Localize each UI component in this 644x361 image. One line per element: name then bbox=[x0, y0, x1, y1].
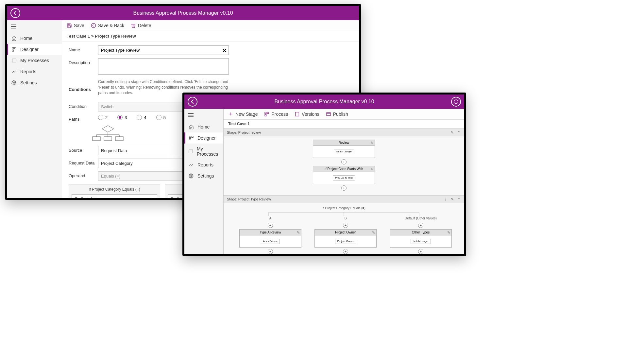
sidebar-item-settings[interactable]: Settings bbox=[7, 77, 62, 88]
add-node-button[interactable]: + bbox=[268, 249, 273, 254]
stage-title: Stage: Project review bbox=[227, 130, 261, 134]
add-node-button[interactable]: + bbox=[418, 223, 423, 228]
node-title: Project Owner bbox=[335, 231, 356, 234]
node-card[interactable]: Other Types Isaiah Langer bbox=[390, 229, 452, 248]
edit-node-icon[interactable] bbox=[447, 231, 450, 235]
save-back-icon bbox=[91, 23, 96, 28]
branch-connector bbox=[252, 212, 435, 216]
node-title: Other Types bbox=[412, 231, 430, 234]
add-node-button[interactable]: + bbox=[343, 223, 348, 228]
svg-rect-1 bbox=[14, 47, 16, 49]
add-node-button[interactable]: + bbox=[341, 185, 347, 191]
name-input[interactable] bbox=[98, 45, 229, 55]
add-node-button[interactable]: + bbox=[343, 249, 348, 254]
process-button[interactable]: Process bbox=[264, 112, 288, 117]
sidebar-item-reports[interactable]: Reports bbox=[7, 66, 62, 77]
back-button[interactable] bbox=[10, 8, 20, 18]
publish-button[interactable]: Publish bbox=[326, 112, 348, 117]
svg-rect-13 bbox=[104, 137, 112, 141]
source-label: Source bbox=[69, 146, 98, 153]
sidebar-item-my-processes[interactable]: My Processes bbox=[184, 144, 223, 159]
versions-button[interactable]: Versions bbox=[295, 112, 319, 117]
add-node-button[interactable]: + bbox=[341, 159, 347, 164]
sidebar-item-label: Designer bbox=[197, 135, 216, 141]
save-label: Save bbox=[74, 23, 84, 28]
versions-label: Versions bbox=[302, 112, 319, 117]
hamburger-icon[interactable] bbox=[7, 20, 62, 33]
sidebar-item-designer[interactable]: Designer bbox=[7, 44, 62, 55]
save-back-label: Save & Back bbox=[98, 23, 124, 28]
svg-point-19 bbox=[191, 175, 192, 177]
delete-label: Delete bbox=[138, 23, 151, 28]
refresh-button[interactable] bbox=[451, 97, 461, 107]
clear-icon[interactable]: ✕ bbox=[222, 47, 227, 54]
publish-icon bbox=[326, 112, 331, 117]
toolbar: Save Save & Back Delete bbox=[62, 20, 359, 31]
stage-title: Stage: Project Type Review bbox=[227, 197, 271, 201]
sidebar-item-home[interactable]: Home bbox=[7, 33, 62, 44]
designer-icon bbox=[11, 46, 17, 52]
condition-select: Switch bbox=[98, 102, 196, 112]
edit-stage-icon[interactable] bbox=[450, 130, 454, 135]
sidebar-item-designer[interactable]: Designer bbox=[184, 132, 223, 144]
sidebar-item-home[interactable]: Home bbox=[184, 121, 223, 132]
edit-node-icon[interactable] bbox=[297, 231, 300, 235]
svg-rect-17 bbox=[189, 138, 191, 140]
edit-stage-icon[interactable] bbox=[450, 197, 454, 201]
app-title: Business Approval Process Manager v0.10 bbox=[274, 99, 374, 105]
condition-value: Switch bbox=[101, 104, 113, 109]
sidebar-item-label: Reports bbox=[20, 69, 36, 74]
sidebar-item-settings[interactable]: Settings bbox=[184, 170, 223, 181]
edit-node-icon[interactable] bbox=[372, 231, 375, 235]
add-node-button[interactable]: + bbox=[268, 223, 273, 228]
back-button[interactable] bbox=[188, 97, 197, 107]
sidebar-item-my-processes[interactable]: My Processes bbox=[7, 55, 62, 66]
save-back-button[interactable]: Save & Back bbox=[91, 23, 124, 28]
sidebar-item-label: Settings bbox=[197, 173, 214, 179]
new-stage-button[interactable]: + New Stage bbox=[228, 112, 258, 117]
node-card[interactable]: If Project Code Starts With PRJ Go to Te… bbox=[313, 166, 375, 184]
paths-radio-5[interactable]: 5 bbox=[156, 115, 166, 120]
node-card[interactable]: Type A Review Adele Vance bbox=[239, 229, 301, 248]
gear-icon bbox=[188, 173, 194, 179]
paths-label: Paths bbox=[69, 115, 98, 122]
collapse-icon[interactable]: ⌃ bbox=[456, 130, 461, 135]
paths-radio-3[interactable]: 3 bbox=[117, 115, 127, 120]
node-card[interactable]: Review Isaiah Langer bbox=[313, 140, 375, 158]
sidebar-item-label: My Processes bbox=[20, 58, 49, 63]
designer-icon bbox=[188, 135, 194, 141]
sidebar-item-reports[interactable]: Reports bbox=[184, 159, 223, 170]
description-label: Description bbox=[69, 58, 98, 65]
save-icon bbox=[67, 23, 72, 28]
svg-rect-18 bbox=[189, 150, 193, 153]
collapse-icon[interactable]: ⌃ bbox=[456, 197, 461, 201]
reports-icon bbox=[188, 162, 194, 168]
description-input[interactable] bbox=[98, 58, 229, 75]
operand-label: Operand bbox=[69, 171, 98, 178]
gear-icon bbox=[11, 80, 17, 86]
branch-label: A bbox=[269, 216, 272, 220]
sidebar-item-label: Home bbox=[20, 36, 32, 41]
paths-radio-4[interactable]: 4 bbox=[137, 115, 146, 120]
path-type-select[interactable]: Static value bbox=[72, 194, 157, 198]
paths-radio-2[interactable]: 2 bbox=[98, 115, 108, 120]
edit-node-icon[interactable] bbox=[370, 141, 373, 145]
name-label: Name bbox=[69, 45, 98, 52]
edit-node-icon[interactable] bbox=[370, 167, 373, 171]
add-node-button[interactable]: + bbox=[418, 249, 423, 254]
svg-rect-16 bbox=[192, 136, 193, 138]
svg-rect-0 bbox=[12, 47, 14, 49]
home-icon bbox=[11, 35, 17, 41]
home-icon bbox=[188, 124, 194, 130]
save-button[interactable]: Save bbox=[67, 23, 84, 28]
branch-label: B bbox=[345, 216, 347, 220]
node-title: Review bbox=[339, 141, 349, 145]
hamburger-icon[interactable] bbox=[184, 109, 223, 121]
source-value: Request Data bbox=[101, 148, 127, 153]
node-chip: Project Owner bbox=[335, 239, 356, 244]
delete-button[interactable]: Delete bbox=[131, 23, 151, 28]
branch-col: B + Project Owner Project Owner + bbox=[314, 216, 377, 254]
move-down-icon[interactable]: ↓ bbox=[443, 197, 448, 201]
node-card[interactable]: Project Owner Project Owner bbox=[314, 229, 377, 248]
stage-bar: Stage: Project Type Review ↓ ⌃ bbox=[224, 195, 464, 203]
